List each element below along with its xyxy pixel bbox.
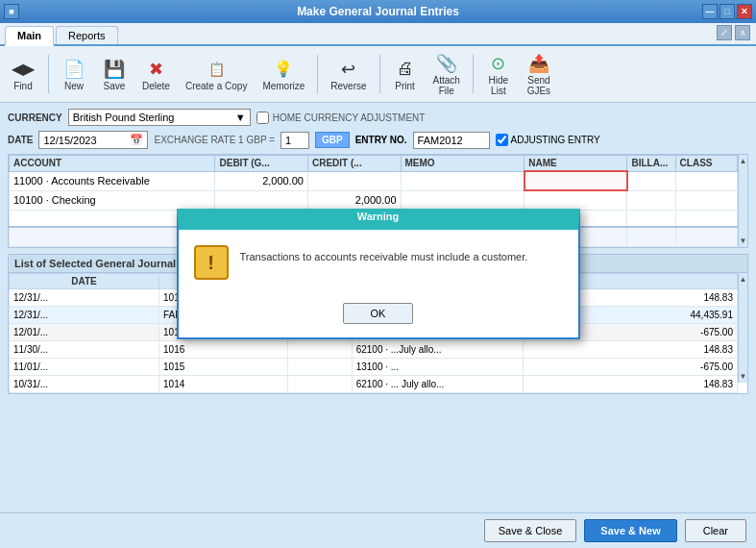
dialog-body: ! Transactions to accounts receivable mu… <box>179 230 578 295</box>
dialog-overlay: Warning ! Transactions to accounts recei… <box>0 0 756 548</box>
ok-button[interactable]: OK <box>343 303 414 324</box>
dialog-footer: OK <box>179 295 578 337</box>
warning-icon: ! <box>194 245 229 280</box>
dialog-title: Warning <box>179 211 578 222</box>
dialog-message: Transactions to accounts receivable must… <box>240 245 528 265</box>
warning-dialog: Warning ! Transactions to accounts recei… <box>177 209 580 339</box>
